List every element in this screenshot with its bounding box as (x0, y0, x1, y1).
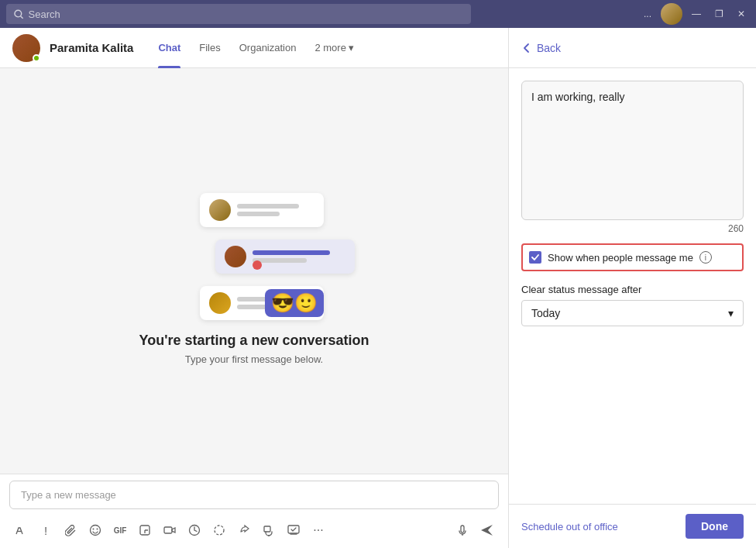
message-input-area: Type a new message ! GIF (0, 474, 508, 548)
svg-rect-7 (164, 527, 172, 533)
whiteboard-icon[interactable] (282, 519, 305, 542)
status-textarea[interactable] (521, 81, 744, 220)
tab-chat[interactable]: Chat (149, 28, 190, 68)
title-bar-controls: ... — ❐ ✕ (639, 3, 750, 25)
bubble-lines-1 (237, 204, 299, 216)
svg-point-4 (93, 529, 94, 530)
tab-files[interactable]: Files (190, 28, 229, 68)
back-label: Back (537, 42, 561, 54)
title-bar: ... — ❐ ✕ (0, 0, 756, 28)
clear-after-dropdown[interactable]: Today ▾ (521, 300, 744, 326)
svg-rect-10 (264, 526, 270, 532)
chat-header: Paramita Kalita Chat Files Organization … (0, 28, 508, 68)
close-button[interactable]: ✕ (733, 7, 750, 21)
chat-area: Paramita Kalita Chat Files Organization … (0, 28, 508, 548)
side-panel: Back 260 Show when people message me i C… (508, 28, 756, 548)
back-arrow-icon (521, 43, 532, 53)
chevron-down-icon: ▾ (349, 42, 354, 53)
gif-icon[interactable]: GIF (108, 519, 132, 542)
emoji-row: 😎🙂 (265, 289, 324, 317)
show-when-messaged-checkbox[interactable] (529, 251, 541, 264)
message-input-box[interactable]: Type a new message (9, 481, 499, 509)
illustration-bubble-2 (215, 240, 355, 274)
panel-content: 260 Show when people message me i Clear … (509, 68, 756, 504)
bubble-line (253, 258, 307, 263)
panel-header: Back (509, 28, 756, 68)
svg-point-0 (15, 10, 22, 17)
chat-content: 😎🙂 You're starting a new conversation Ty… (0, 68, 508, 474)
restore-button[interactable]: ❐ (710, 7, 728, 21)
svg-point-9 (215, 526, 224, 535)
praise-icon[interactable] (232, 519, 256, 542)
emoji-picker-icon[interactable] (84, 519, 107, 542)
sticker-icon[interactable] (133, 519, 156, 542)
char-count: 260 (521, 223, 744, 234)
bubble-line-accent (253, 250, 330, 255)
message-input-placeholder: Type a new message (21, 489, 116, 501)
dropdown-value: Today (531, 307, 560, 319)
svg-line-1 (21, 16, 23, 18)
contact-avatar (12, 34, 40, 62)
audio-msg-icon[interactable] (257, 519, 280, 542)
send-button[interactable] (476, 519, 499, 542)
info-icon[interactable]: i (699, 251, 712, 264)
checkbox-row: Show when people message me i (521, 243, 744, 271)
main-layout: Paramita Kalita Chat Files Organization … (0, 28, 756, 548)
checkbox-label: Show when people message me (548, 252, 693, 264)
svg-point-5 (97, 529, 98, 530)
attach-icon[interactable] (59, 519, 82, 542)
bubble-avatar-3 (209, 292, 231, 314)
format-icon[interactable] (9, 519, 33, 542)
back-button[interactable]: Back (521, 42, 561, 54)
schedule-icon[interactable] (183, 519, 206, 542)
done-button[interactable]: Done (686, 514, 744, 539)
dictate-icon[interactable] (451, 519, 474, 542)
panel-footer: Schedule out of office Done (509, 504, 756, 548)
loop-icon[interactable] (208, 519, 231, 542)
chevron-down-icon: ▾ (728, 307, 734, 319)
priority-icon[interactable]: ! (34, 519, 57, 542)
bubble-line (237, 212, 280, 216)
minimize-button[interactable]: — (687, 7, 706, 21)
search-bar[interactable] (6, 4, 471, 24)
svg-rect-12 (288, 526, 299, 533)
clear-after-label: Clear status message after (521, 284, 744, 295)
chat-nav: Chat Files Organization 2 more ▾ (149, 28, 363, 68)
meet-now-icon[interactable] (158, 519, 181, 542)
status-dot (33, 54, 40, 62)
search-icon (14, 9, 24, 19)
bubble-lines-2 (253, 250, 330, 263)
conversation-title: You're starting a new conversation (139, 333, 369, 349)
tab-more[interactable]: 2 more ▾ (305, 28, 363, 68)
search-input[interactable] (29, 9, 463, 20)
more-options-button[interactable]: ... (639, 7, 656, 21)
illustration-bubble-1 (200, 193, 324, 227)
avatar[interactable] (661, 3, 682, 25)
tab-organization[interactable]: Organization (230, 28, 306, 68)
bubble-line (237, 204, 299, 209)
bubble-avatar-1 (209, 199, 231, 221)
more-toolbar-icon[interactable]: ··· (307, 519, 330, 542)
message-toolbar: ! GIF (0, 515, 508, 548)
contact-name: Paramita Kalita (50, 41, 133, 54)
chat-illustration: 😎🙂 (153, 177, 355, 317)
schedule-out-of-office-link[interactable]: Schedule out of office (521, 521, 618, 532)
conversation-subtitle: Type your first message below. (185, 353, 323, 365)
bubble-avatar-2 (225, 246, 246, 267)
